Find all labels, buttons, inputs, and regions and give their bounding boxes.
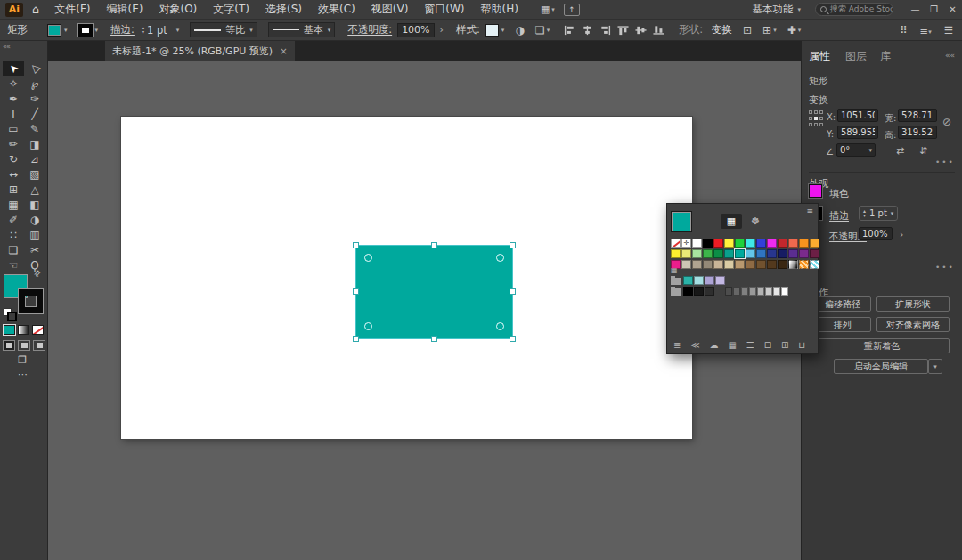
- align-left-icon[interactable]: [564, 25, 575, 36]
- tool-curvature[interactable]: ✑: [24, 91, 45, 106]
- swatch[interactable]: [683, 276, 693, 285]
- selection-handle-w[interactable]: [353, 288, 359, 295]
- stroke-label[interactable]: 描边:: [110, 23, 135, 37]
- swatch[interactable]: [681, 249, 691, 258]
- grid-dots-icon[interactable]: ⠿: [900, 24, 907, 37]
- collapse-panel-icon[interactable]: ««: [945, 51, 955, 60]
- document-tab[interactable]: 未标题-1* @ 25% (RGB/GPU 预览) ×: [105, 41, 295, 61]
- y-field[interactable]: [837, 126, 878, 139]
- popup-menu-icon[interactable]: ≡: [806, 207, 813, 215]
- toolbar-more-icon[interactable]: ⋯: [18, 369, 29, 380]
- swatch[interactable]: [778, 249, 787, 258]
- chevron-down-icon[interactable]: ▾: [95, 27, 99, 34]
- tool-width[interactable]: ↔: [3, 166, 24, 182]
- swatch[interactable]: [749, 287, 756, 296]
- swatch[interactable]: [735, 249, 745, 258]
- swatches-view-button[interactable]: ▦: [721, 214, 742, 229]
- stroke-weight-control[interactable]: ▴▾ 1 pt ▾: [859, 206, 898, 221]
- tool-column-graph[interactable]: ▥: [24, 227, 45, 242]
- selection-handle-sw[interactable]: [353, 336, 359, 342]
- swatch-options-icon[interactable]: ☰: [746, 340, 754, 350]
- brush-definition-select[interactable]: 基本 ▾: [268, 22, 336, 37]
- menu-item-3[interactable]: 文字(T): [205, 2, 257, 17]
- menu-item-7[interactable]: 窗口(W): [416, 2, 472, 17]
- swatch[interactable]: [767, 260, 777, 269]
- tab-layers[interactable]: 图层: [845, 49, 867, 64]
- swatch[interactable]: [703, 249, 713, 258]
- swatch[interactable]: [788, 249, 798, 258]
- tab-close-icon[interactable]: ×: [280, 46, 287, 56]
- swatch[interactable]: [683, 287, 693, 296]
- chevron-down-icon[interactable]: ▾: [176, 27, 180, 34]
- transform-more-options[interactable]: •••: [935, 158, 955, 166]
- live-corner-widget-nw[interactable]: [364, 254, 372, 262]
- swatch[interactable]: [692, 260, 702, 269]
- swatch[interactable]: [735, 260, 745, 269]
- shear-menu-button[interactable]: ✚ ▾: [787, 24, 802, 37]
- swatch[interactable]: [778, 260, 787, 269]
- graphic-style-chip[interactable]: [485, 24, 499, 37]
- selection-handle-nw[interactable]: [353, 242, 359, 248]
- tool-type[interactable]: T: [3, 106, 24, 121]
- stroke-weight-value[interactable]: 1 pt: [147, 24, 167, 37]
- tool-artboard[interactable]: ❏: [3, 242, 24, 257]
- swatch[interactable]: [694, 276, 704, 285]
- swatch[interactable]: [724, 239, 734, 248]
- width-profile-select[interactable]: 等比 ▾: [190, 22, 257, 37]
- tool-lasso[interactable]: ℘: [24, 76, 45, 91]
- swatch[interactable]: [735, 239, 745, 248]
- share-swatch-icon[interactable]: ≪: [690, 340, 699, 350]
- menu-item-2[interactable]: 对象(O): [151, 2, 205, 17]
- swatch[interactable]: [713, 260, 723, 269]
- home-icon[interactable]: ⌂: [32, 3, 39, 16]
- tool-eyedropper[interactable]: ✐: [3, 212, 24, 227]
- swatch-kinds-icon[interactable]: ▦: [728, 340, 736, 350]
- global-edit-dropdown[interactable]: ▾: [928, 359, 942, 374]
- draw-normal-mode[interactable]: [3, 340, 15, 351]
- tool-pencil[interactable]: ✏: [3, 136, 24, 151]
- delete-swatch-icon[interactable]: ⊔: [798, 340, 805, 350]
- screen-mode-icon[interactable]: ❐: [18, 354, 27, 366]
- swatch[interactable]: [756, 239, 766, 248]
- opacity-flyout-arrow-icon[interactable]: ›: [900, 229, 903, 240]
- new-color-group-icon[interactable]: ⊟: [764, 340, 771, 350]
- x-field[interactable]: [837, 109, 878, 122]
- swatch[interactable]: [746, 249, 755, 258]
- tool-rotate[interactable]: ↻: [3, 151, 24, 166]
- swatch[interactable]: [767, 239, 777, 248]
- share-document-button[interactable]: ↥: [564, 4, 580, 16]
- tool-magic-wand[interactable]: ✧: [3, 76, 24, 91]
- tool-selection[interactable]: ➤: [3, 61, 24, 76]
- tool-scale[interactable]: ⊿: [24, 151, 45, 166]
- tool-hand[interactable]: ☜: [3, 257, 24, 272]
- arrange-button[interactable]: 排列: [814, 317, 871, 332]
- swatch[interactable]: [741, 287, 748, 296]
- swatch[interactable]: [756, 249, 766, 258]
- stroke-color-chip[interactable]: [78, 24, 93, 37]
- selection-handle-e[interactable]: [510, 288, 516, 295]
- align-right-icon[interactable]: [599, 25, 611, 36]
- bounding-box-icon[interactable]: ⊡: [743, 24, 752, 37]
- layout-switcher-button[interactable]: ▦ ▾: [541, 4, 555, 15]
- transform-label[interactable]: 变换: [712, 23, 732, 37]
- tool-gradient[interactable]: ◧: [24, 197, 45, 212]
- swatch[interactable]: [767, 249, 777, 258]
- menu-lines-icon[interactable]: ☰: [944, 24, 953, 37]
- swatch[interactable]: [781, 287, 788, 296]
- menu-item-1[interactable]: 编辑(E): [99, 2, 151, 17]
- swatch[interactable]: [705, 276, 714, 285]
- menu-item-5[interactable]: 效果(C): [310, 2, 363, 17]
- swatch[interactable]: [799, 249, 809, 258]
- swatch[interactable]: [746, 260, 755, 269]
- stroke-weight-stepper[interactable]: ▴▾: [863, 209, 866, 217]
- color-group-folder-icon[interactable]: [671, 288, 681, 296]
- selection-handle-se[interactable]: [510, 336, 516, 342]
- default-fill-stroke-icon[interactable]: [4, 308, 12, 316]
- tool-eraser[interactable]: ◨: [24, 136, 45, 151]
- swatch[interactable]: [703, 260, 713, 269]
- selection-handle-s[interactable]: [431, 336, 437, 342]
- swatch[interactable]: [757, 287, 764, 296]
- recolor-artwork-icon[interactable]: ◑: [515, 24, 524, 37]
- menu-item-0[interactable]: 文件(F): [46, 2, 98, 17]
- swatch[interactable]: [705, 287, 714, 296]
